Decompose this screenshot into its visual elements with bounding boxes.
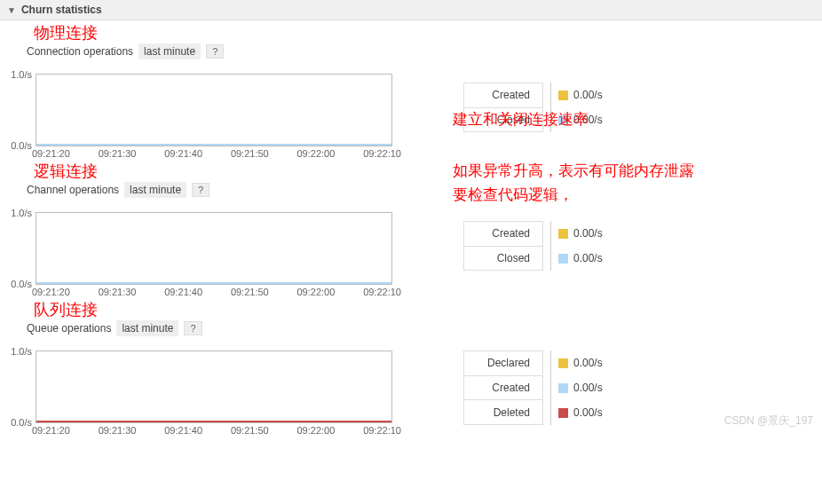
annotation-connection: 物理连接: [0, 22, 822, 43]
table-row: Created: [464, 83, 543, 108]
rate-row: 0.00/s: [558, 221, 603, 246]
connection-label: Connection operations: [27, 45, 133, 58]
channel-help-button[interactable]: ?: [192, 183, 209, 197]
channel-legend-table: Created Closed: [463, 221, 543, 271]
channel-block: 如果异常升高，表示有可能内存泄露 要检查代码逻辑， 逻辑连接 Channel o…: [0, 161, 822, 297]
connection-chart: 1.0/s 0.0/s: [36, 74, 392, 146]
queue-chart: 1.0/s 0.0/s: [36, 350, 392, 423]
swatch-icon: [558, 383, 568, 393]
rate-row: 0.00/s: [558, 83, 603, 107]
table-row: Declared: [464, 351, 543, 376]
rate-row: 0.00/s: [558, 375, 603, 400]
y-axis-bottom: 0.0/s: [1, 417, 32, 428]
section-header[interactable]: ▼ Churn statistics: [0, 0, 822, 20]
swatch-icon: [558, 91, 568, 100]
x-axis: 09:21:20 09:21:30 09:21:40 09:21:50 09:2…: [32, 425, 401, 436]
swatch-icon: [558, 408, 568, 418]
divider: [550, 350, 551, 425]
queue-range-dropdown[interactable]: last minute: [116, 320, 178, 336]
queue-label: Queue operations: [27, 322, 111, 335]
table-row: Deleted: [464, 400, 543, 425]
chart-line: [36, 144, 391, 146]
channel-label: Channel operations: [27, 184, 119, 196]
channel-chart: 1.0/s 0.0/s: [36, 212, 392, 285]
chart-line: [36, 282, 391, 284]
x-axis: 09:21:20 09:21:30 09:21:40 09:21:50 09:2…: [32, 287, 401, 297]
queue-block: 队列连接 Queue operations last minute ? 1.0/…: [0, 299, 822, 436]
rate-row: 0.00/s: [558, 246, 603, 271]
y-axis-bottom: 0.0/s: [1, 279, 32, 289]
queue-help-button[interactable]: ?: [184, 321, 202, 335]
rate-row: 0.00/s: [558, 350, 603, 375]
annotation-channel: 逻辑连接: [0, 161, 822, 182]
connection-block: 物理连接 Connection operations last minute ?…: [0, 22, 822, 159]
collapse-icon: ▼: [7, 5, 16, 15]
table-row: Created: [464, 375, 543, 400]
connection-help-button[interactable]: ?: [206, 44, 224, 59]
chart-line: [36, 421, 391, 422]
y-axis-top: 1.0/s: [1, 346, 32, 357]
channel-range-dropdown[interactable]: last minute: [124, 182, 186, 198]
table-row: Created: [464, 222, 543, 247]
y-axis-top: 1.0/s: [1, 208, 32, 218]
swatch-icon: [558, 229, 568, 239]
connection-range-dropdown[interactable]: last minute: [138, 43, 201, 59]
rate-row: 0.00/s: [558, 400, 603, 425]
note-line-1: 建立和关闭连接速率: [453, 107, 589, 131]
table-row: Closed: [464, 246, 543, 271]
divider: [550, 221, 551, 271]
section-title: Churn statistics: [21, 4, 102, 16]
annotation-queue: 队列连接: [0, 299, 822, 320]
swatch-icon: [558, 254, 568, 264]
y-axis-top: 1.0/s: [1, 69, 32, 80]
swatch-icon: [558, 358, 568, 368]
x-axis: 09:21:20 09:21:30 09:21:40 09:21:50 09:2…: [32, 148, 401, 159]
watermark: CSDN @景庆_197: [724, 413, 813, 429]
y-axis-bottom: 0.0/s: [1, 140, 32, 151]
note-line-2: 如果异常升高，表示有可能内存泄露: [453, 159, 694, 183]
queue-legend-table: Declared Created Deleted: [463, 350, 543, 425]
